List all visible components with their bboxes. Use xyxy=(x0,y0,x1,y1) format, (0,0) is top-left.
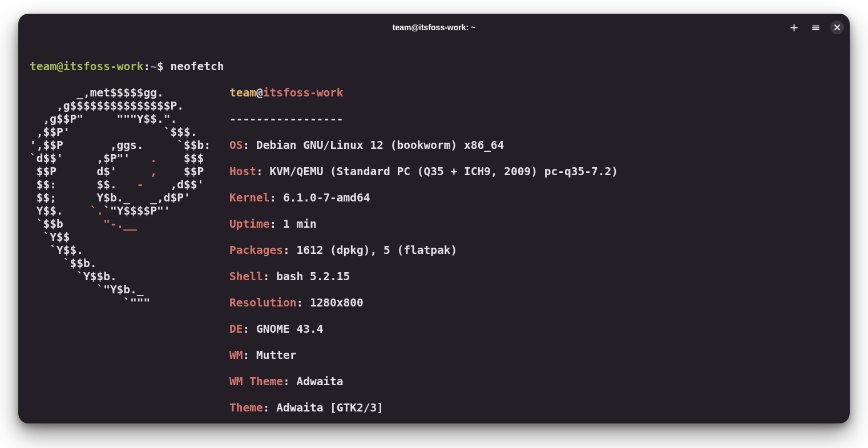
info-row: OS: Debian GNU/Linux 12 (bookworm) x86_6… xyxy=(229,139,618,152)
ascii-line: `""" xyxy=(30,296,150,309)
titlebar: team@itsfoss-work: ~ xyxy=(18,14,850,41)
ascii-line: `Y$$b. xyxy=(30,270,117,283)
neofetch-output: _,met$$$$$gg. ,g$$$$$$$$$$$$$$$P. ,g$$P"… xyxy=(30,86,838,423)
prompt-line: team@itsfoss-work:~$ neofetch xyxy=(30,60,838,73)
menu-button[interactable] xyxy=(809,21,822,34)
terminal-window: team@itsfoss-work: ~ team@itsfoss-work:~… xyxy=(18,14,850,423)
info-header: team@itsfoss-work xyxy=(229,86,618,99)
ascii-line: ',$$P ,ggs. `$$b: xyxy=(30,139,211,152)
prompt-host: itsfoss-work xyxy=(63,60,144,73)
close-button[interactable] xyxy=(830,21,844,34)
ascii-line: `$$b. xyxy=(30,257,96,270)
info-row: Shell: bash 5.2.15 xyxy=(229,270,618,283)
new-tab-button[interactable] xyxy=(787,21,801,34)
prompt-sep: : xyxy=(144,60,151,73)
ascii-line: Y$$. `.`"Y$$$$P"' xyxy=(30,204,171,217)
system-info: team@itsfoss-work ----------------- OS: … xyxy=(229,86,618,423)
ascii-line: $$P d$' , $$P xyxy=(30,165,204,178)
command-text: neofetch xyxy=(171,60,224,73)
prompt-path: ~ xyxy=(150,60,157,73)
titlebar-actions xyxy=(787,14,844,41)
ascii-line: `Y$$ xyxy=(30,231,70,244)
ascii-line: `Y$$. xyxy=(30,244,83,257)
info-row: Uptime: 1 min xyxy=(229,217,618,231)
ascii-line: $$; Y$b._ _,d$P' xyxy=(30,191,191,204)
info-row: Resolution: 1280x800 xyxy=(229,296,618,309)
ascii-line: ,g$$P" """Y$$.". xyxy=(30,112,177,126)
ascii-line: `d$$' ,$P"' . $$$ xyxy=(30,152,204,165)
info-row: WM: Mutter xyxy=(229,349,618,362)
info-row: Packages: 1612 (dpkg), 5 (flatpak) xyxy=(229,244,618,257)
ascii-logo: _,met$$$$$gg. ,g$$$$$$$$$$$$$$$P. ,g$$P"… xyxy=(30,86,229,309)
info-divider: ----------------- xyxy=(229,112,618,126)
ascii-line: _,met$$$$$gg. xyxy=(30,86,164,99)
info-row: Theme: Adwaita [GTK2/3] xyxy=(229,401,618,414)
ascii-line: `"Y$b._ xyxy=(30,283,144,296)
info-row: DE: GNOME 43.4 xyxy=(229,322,618,336)
ascii-line: ,g$$$$$$$$$$$$$$$P. xyxy=(30,99,184,112)
prompt-user: team xyxy=(30,60,56,73)
info-row: Kernel: 6.1.0-7-amd64 xyxy=(229,191,618,204)
window-title: team@itsfoss-work: ~ xyxy=(393,23,476,32)
ascii-line: $$: $$. - ,d$$' xyxy=(30,178,204,191)
prompt-at: @ xyxy=(56,60,63,73)
terminal-content[interactable]: team@itsfoss-work:~$ neofetch _,met$$$$$… xyxy=(18,41,850,423)
info-row: Host: KVM/QEMU (Standard PC (Q35 + ICH9,… xyxy=(229,165,618,178)
info-row: WM Theme: Adwaita xyxy=(229,375,618,388)
ascii-line: ,$$P' `$$$. xyxy=(30,126,197,139)
ascii-line: `$$b "-.__ xyxy=(30,217,137,231)
prompt-sigil: $ xyxy=(157,60,164,73)
